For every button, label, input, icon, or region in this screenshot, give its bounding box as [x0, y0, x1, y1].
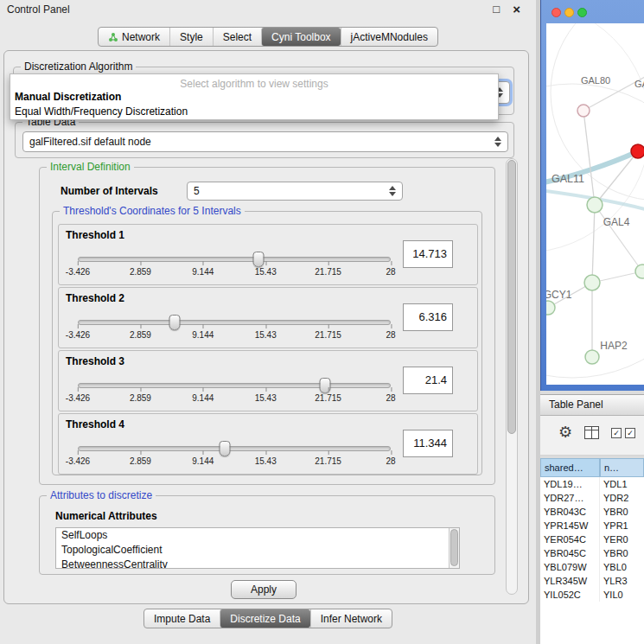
table-row[interactable]: YER054CYER0: [540, 532, 644, 546]
tab-select-label: Select: [223, 31, 252, 43]
node-table: YDL19…YDL1 YDR27…YDR2 YBR043CYBR0 YPR145…: [540, 477, 644, 644]
column-header-shared-name[interactable]: shared…: [540, 458, 600, 477]
network-node[interactable]: [587, 197, 603, 213]
table-row[interactable]: YBL079WYBL0: [540, 560, 644, 574]
table-cell[interactable]: YIL0: [600, 588, 644, 602]
threshold-3-slider[interactable]: [78, 377, 391, 394]
table-cell[interactable]: YDR2: [600, 491, 644, 505]
table-cell[interactable]: YBR0: [600, 546, 644, 560]
threshold-3-value-field[interactable]: 21.4: [403, 367, 453, 394]
table-row[interactable]: YIL052CYIL0: [540, 588, 644, 602]
close-window-icon[interactable]: ×: [513, 3, 520, 16]
algorithm-option-equal-width[interactable]: Equal Width/Frequency Discretization: [10, 105, 498, 119]
node-label: GA: [634, 79, 644, 89]
num-intervals-combobox[interactable]: 5: [187, 182, 403, 201]
table-cell[interactable]: YDL19…: [540, 477, 600, 491]
table-cell[interactable]: YPR1: [600, 519, 644, 532]
tab-network[interactable]: Network: [99, 28, 169, 46]
table-row[interactable]: YDL19…YDL1: [540, 477, 644, 491]
tick-label: -3.426: [66, 456, 90, 466]
slider-track[interactable]: [78, 446, 391, 451]
threshold-4-slider[interactable]: [78, 440, 391, 457]
table-cell[interactable]: YBL079W: [540, 560, 600, 574]
tab-jactivemnodules[interactable]: jActiveMNodules: [341, 28, 437, 46]
list-scrollbar[interactable]: [449, 528, 459, 568]
table-cell[interactable]: YLR3: [600, 574, 644, 588]
checkbox-icon[interactable]: ✓: [611, 428, 622, 438]
slider-track[interactable]: [78, 383, 391, 388]
table-panel-toolbar: ⚙ ✓ ✓: [540, 416, 644, 456]
table-header-row: shared… n…: [540, 458, 644, 477]
network-node[interactable]: [546, 301, 555, 315]
threshold-2-value-field[interactable]: 6.316: [403, 303, 453, 331]
table-row[interactable]: YLR345WYLR3: [540, 574, 644, 588]
table-cell[interactable]: YER0: [600, 532, 644, 546]
tab-impute-data[interactable]: Impute Data: [144, 609, 220, 628]
interval-definition-title: Interval Definition: [47, 161, 134, 173]
gear-icon[interactable]: ⚙: [558, 424, 572, 441]
panel-scrollbar-thumb[interactable]: [507, 160, 516, 434]
algorithm-option-manual[interactable]: Manual Discretization: [10, 90, 498, 105]
list-item[interactable]: TopologicalCoefficient: [56, 543, 459, 558]
network-node[interactable]: [635, 265, 644, 278]
slider-thumb[interactable]: [220, 441, 231, 456]
checkbox-icon[interactable]: ✓: [625, 428, 635, 438]
list-scrollbar-thumb[interactable]: [450, 529, 458, 566]
network-node[interactable]: [577, 105, 590, 117]
tick-label: 2.859: [130, 267, 151, 277]
network-canvas[interactable]: GAL80 GA GAL11 GAL4 GCY1 HAP2: [546, 23, 644, 385]
table-cell[interactable]: YDR27…: [540, 491, 600, 505]
tab-select[interactable]: Select: [213, 28, 261, 46]
interval-definition-group: Interval Definition Number of Intervals …: [39, 167, 495, 485]
list-item[interactable]: BetweennessCentrality: [56, 558, 459, 569]
network-node[interactable]: [585, 350, 599, 364]
control-panel-window: Control Panel □ × Network Style Select C…: [0, 0, 536, 644]
table-row[interactable]: YPR145WYPR1: [540, 519, 644, 532]
float-window-icon[interactable]: □: [493, 3, 500, 16]
table-cell[interactable]: YBR0: [600, 505, 644, 519]
tick-label: 9.144: [192, 456, 214, 466]
minimize-button[interactable]: [564, 8, 574, 17]
network-node-red[interactable]: [631, 144, 644, 158]
table-row[interactable]: YBR043CYBR0: [540, 505, 644, 519]
tab-discretize-data[interactable]: Discretize Data: [220, 609, 309, 628]
threshold-3-label: Threshold 3: [66, 355, 124, 367]
apply-button[interactable]: Apply: [231, 580, 296, 599]
table-cell[interactable]: YBR045C: [540, 546, 600, 560]
list-item[interactable]: SelfLoops: [56, 528, 459, 543]
table-row[interactable]: YDR27…YDR2: [540, 491, 644, 505]
tick-label: 28: [386, 456, 395, 466]
tab-cyni-toolbox[interactable]: Cyni Toolbox: [261, 28, 340, 46]
slider-thumb[interactable]: [169, 315, 181, 330]
table-cell[interactable]: YPR145W: [540, 519, 600, 532]
table-cell[interactable]: YER054C: [540, 532, 600, 546]
table-cell[interactable]: YDL1: [600, 477, 644, 491]
threshold-1-value-field[interactable]: 14.713: [403, 240, 453, 268]
table-panel-title: Table Panel: [540, 394, 644, 416]
table-cell[interactable]: YIL052C: [540, 588, 600, 602]
table-cell[interactable]: YBR043C: [540, 505, 600, 519]
columns-icon[interactable]: [584, 426, 599, 439]
threshold-1-slider[interactable]: [78, 251, 391, 268]
table-cell[interactable]: YBL0: [600, 560, 644, 574]
slider-thumb[interactable]: [252, 252, 264, 267]
threshold-2-slider[interactable]: [78, 314, 391, 331]
tick-label: -3.426: [66, 393, 90, 403]
tick-label: 21.715: [315, 393, 341, 403]
close-button[interactable]: [552, 8, 561, 17]
slider-track[interactable]: [78, 257, 391, 262]
tab-infer-network[interactable]: Infer Network: [310, 609, 392, 628]
table-cell[interactable]: YLR345W: [540, 574, 600, 588]
tab-style[interactable]: Style: [169, 28, 213, 46]
threshold-4-value-field[interactable]: 11.344: [403, 430, 453, 457]
window-title: Control Panel: [7, 3, 70, 16]
network-node[interactable]: [584, 275, 600, 290]
slider-track[interactable]: [78, 320, 391, 325]
zoom-button[interactable]: [577, 8, 587, 17]
table-row[interactable]: YBR045CYBR0: [540, 546, 644, 560]
threshold-4-label: Threshold 4: [66, 418, 124, 430]
column-header-name[interactable]: n…: [600, 458, 644, 477]
slider-ticks: -3.426 2.859 9.144 15.43 21.715 28: [78, 267, 391, 279]
panel-scrollbar[interactable]: [506, 158, 518, 595]
table-data-combobox[interactable]: galFiltered.sif default node: [22, 131, 508, 152]
